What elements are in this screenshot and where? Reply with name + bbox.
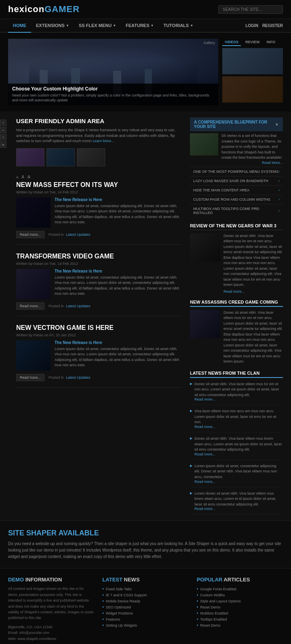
transformers-read-more[interactable]: Read more... (16, 302, 44, 310)
vectron-category[interactable]: Latest Updates (66, 375, 91, 380)
nav-register[interactable]: REGISTER (262, 23, 283, 28)
article-transformers-img (16, 269, 51, 299)
review-body: Donec sit amet nibh. Viva lacer elitem m… (190, 233, 283, 294)
footer-popular-item-3[interactable]: Reset Demo (197, 604, 283, 610)
ssvertex-image (190, 133, 218, 155)
clan-news-arrow-3: ▶ (190, 464, 192, 484)
footer-news-item-2[interactable]: Mobile Device Ready (102, 598, 188, 604)
feature-item-2[interactable]: HIDE THE MAIN CONTENT AREA › (190, 185, 283, 195)
nav-ssflex[interactable]: SS FLEX MENU ▼ (74, 19, 121, 33)
footer-news-title: LATEST NEWS (102, 577, 188, 583)
article-masseffect-subtitle: The New Release is Here (55, 197, 182, 202)
social-facebook[interactable]: f (0, 120, 6, 126)
feature-item-3[interactable]: CUSTOM PAGE ROW AND COLUMN WIDTHS › (190, 195, 283, 204)
review-image (190, 233, 220, 262)
article-vectron-footer: Read more... Posted in Latest Updates (16, 374, 182, 381)
clan-news-read-4[interactable]: Read more... (194, 507, 283, 511)
review-title: REVIEW OF THE NEW GEARS OF WAR 3 (190, 223, 283, 230)
masseffect-posted-in: Posted in Latest Updates (48, 233, 91, 237)
clan-news-text-4: Lorem donec sit amet nibh. Viva lacer el… (194, 491, 276, 506)
logo-hexicon: hexicon (8, 4, 44, 14)
hero-caption-text: Need your own custom color? Not a proble… (12, 93, 214, 103)
review-read-more[interactable]: Read more... (224, 289, 283, 294)
nav-login[interactable]: LOGIN (245, 23, 258, 28)
nav-home[interactable]: HOME (8, 19, 31, 33)
logo-gamer: GAMER (44, 4, 80, 14)
footer-news-item-4[interactable]: Widget Positions (102, 610, 188, 616)
article-vectron-content: The New Release is Here Lorem ipsum dolo… (55, 340, 182, 371)
footer-demo-text: All content and images shown on this sit… (8, 586, 94, 621)
footer-popular-item-0[interactable]: Google Fonts Enabled (197, 586, 283, 592)
feature-item-4[interactable]: MULTIBOX AND TOOLTIPS COME PRE-INSTALLED… (190, 204, 283, 217)
review-section: REVIEW OF THE NEW GEARS OF WAR 3 Donec s… (190, 223, 283, 294)
hero-tab-videos[interactable]: VIDEOS (222, 39, 241, 46)
site-shaper-section: SITE SHAPER AVAILABLE Do you need a webs… (0, 520, 291, 568)
nav-right: LOGIN REGISTER (245, 23, 283, 28)
logo: hexiconGAMER (8, 4, 80, 15)
header: hexiconGAMER (0, 0, 291, 19)
footer-popular-col: POPULAR ARTICLES Google Fonts Enabled Cu… (197, 577, 283, 644)
hero-thumb-1[interactable]: ▶ (222, 48, 283, 74)
transformers-posted-in: Posted in Latest Updates (48, 304, 91, 308)
article-vectron-img (16, 340, 51, 371)
main-content: USER FRIENDLY ADMIN AREA Not a programme… (8, 111, 291, 520)
footer-popular-item-1[interactable]: Custom Widths (197, 592, 283, 598)
assassins-image (190, 310, 220, 338)
social-googleplus[interactable]: + (0, 127, 6, 133)
social-twitter[interactable]: t (0, 134, 6, 141)
masseffect-category[interactable]: Latest Updates (66, 233, 91, 237)
footer-news-col: LATEST NEWS Fixed Side Tabs IE 7 and 8 C… (102, 577, 188, 644)
footer-popular-item-5[interactable]: Tooltips Enabled (197, 616, 283, 622)
review-text: Donec sit amet nibh. Viva lacer elitem m… (224, 233, 283, 288)
footer-popular-item-6[interactable]: Reset Demo (197, 622, 283, 628)
footer-news-item-1[interactable]: IE 7 and 8 CSS3 Support (102, 592, 188, 598)
footer-news-item-3[interactable]: SEO Optimized (102, 604, 188, 610)
nav-extensions[interactable]: EXTENSIONS ▼ (31, 19, 74, 33)
nav-tutorials[interactable]: TUTORIALS ▼ (158, 19, 198, 33)
site-shaper-title: SITE SHAPER AVAILABLE (8, 529, 283, 537)
article-transformers-content: The New Release is Here Lorem ipsum dolo… (55, 269, 182, 299)
footer-news-item-5[interactable]: Features (102, 616, 188, 622)
clan-news-read-0[interactable]: Read more... (194, 397, 283, 401)
feature-item-1[interactable]: LAZY LOAD IMAGES SAVE ON BANDWIDTH › (190, 176, 283, 185)
clan-news-title: LATEST NEWS FROM THE CLAN (190, 371, 283, 378)
nav-features[interactable]: FEATURES ▼ (121, 19, 158, 33)
footer-news-item-0[interactable]: Fixed Side Tabs (102, 586, 188, 592)
clan-news-item-4: ▶ Lorem donec sit amet nibh. Viva lacer … (190, 491, 283, 515)
hero-thumb-2[interactable]: ▶ (222, 76, 283, 103)
search-input[interactable] (218, 5, 283, 14)
footer-popular-item-2[interactable]: Style and Layout Options (197, 598, 283, 604)
article-masseffect-footer: Read more... Posted in Latest Updates (16, 231, 182, 238)
footer-news-item-6[interactable]: Setting Up Widgets (102, 622, 188, 628)
social-linkedin[interactable]: in (0, 141, 6, 148)
transformers-category[interactable]: Latest Updates (66, 304, 91, 308)
blueprint-title: A COMPREHENSIVE BLUEPRINT FOR YOUR SITE … (190, 117, 283, 131)
review-content: Donec sit amet nibh. Viva lacer elitem m… (224, 233, 283, 294)
masseffect-read-more[interactable]: Read more... (16, 231, 44, 238)
footer-popular-item-4[interactable]: Multibox Enabled (197, 610, 283, 616)
article-masseffect: NEW MASS EFFECT ON ITS WAY Written by tr… (16, 181, 182, 245)
feature-chevron-3: › (278, 197, 280, 201)
footer-popular-list: Google Fonts Enabled Custom Widths Style… (197, 586, 283, 628)
social-sidebar: f + t in (0, 120, 6, 149)
clan-news-text-1: Viva lacer elitem mus non arcu em mus no… (194, 409, 276, 424)
article-masseffect-text: Lorem ipsum dolor sit amet, consectetur … (55, 203, 182, 225)
admin-thumb-3 (77, 148, 105, 166)
article-vectron-text: Lorem ipsum dolor sit amet, consectetur … (55, 346, 182, 368)
site-shaper-text: Do you need a website up and running qui… (8, 541, 283, 560)
clan-news-arrow-0: ▶ (190, 382, 192, 402)
blueprint-read-more[interactable]: Read More... (190, 161, 283, 165)
vectron-read-more[interactable]: Read more... (16, 374, 44, 381)
hero-tab-review[interactable]: REVIEW (243, 39, 262, 46)
article-masseffect-title: NEW MASS EFFECT ON ITS WAY (16, 181, 182, 189)
clan-news-read-3[interactable]: Read more... (194, 480, 283, 484)
feature-item-0[interactable]: ONE OF THE MOST POWERFUL MENU SYSTEMS › (190, 167, 283, 176)
learn-more-link[interactable]: Learn More... (93, 139, 114, 143)
feature-chevron-4: › (278, 209, 280, 213)
admin-thumbs (16, 148, 182, 166)
article-transformers-title: TRANSFORMERS VIDEO GAME (16, 253, 182, 260)
clan-news-read-2[interactable]: Read more... (194, 452, 283, 456)
clan-news-read-1[interactable]: Read more... (194, 425, 283, 429)
article-masseffect-meta: Written by tristan on Tue, 14 Feb 2012 (16, 190, 182, 194)
hero-tab-info[interactable]: INFO (264, 39, 278, 46)
